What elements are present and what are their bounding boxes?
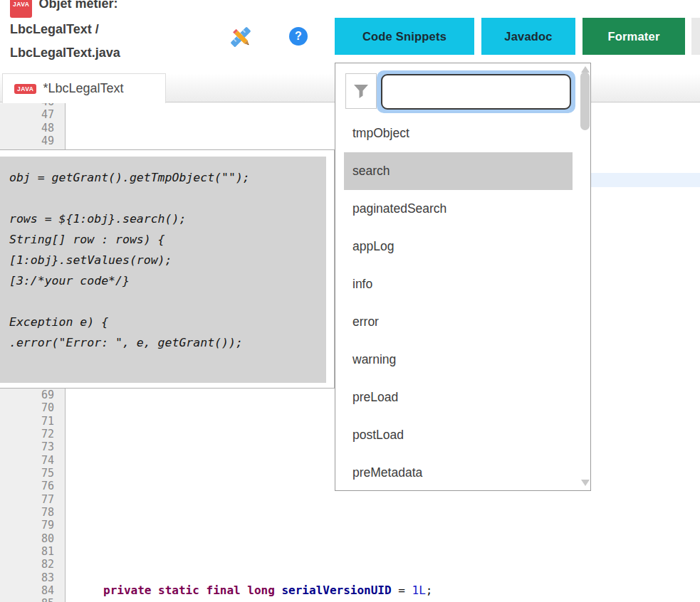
tab-lbclegaltext[interactable]: JAVA *LbcLegalText (2, 73, 166, 103)
line-number: 77 (0, 493, 54, 506)
snippet-list: tmpObjectsearchpaginatedSearchappLoginfo… (335, 115, 582, 492)
line-numbers-bottom: 6970717273747576777879808182838485 (0, 389, 54, 602)
snippet-code-line: String[] row : rows) { (9, 229, 320, 250)
snippet-code-line: obj = getGrant().getTmpObject(""); (9, 167, 320, 188)
line-number: 47 (0, 108, 54, 121)
line-number: 71 (0, 415, 54, 428)
snippet-code-line: Exception e) { (9, 312, 320, 332)
dropdown-scrollbar[interactable] (579, 63, 592, 490)
code-token: private static final long (103, 583, 275, 597)
snippet-code-line: rows = ${1:obj}.search(); (9, 208, 320, 229)
filter-input-ring (377, 70, 575, 113)
snippet-item-postload[interactable]: postLoad (344, 416, 573, 454)
snippet-item-preload[interactable]: preLoad (344, 379, 573, 416)
line-number: 80 (0, 532, 54, 545)
partial-button[interactable] (691, 18, 700, 55)
snippet-item-error[interactable]: error (344, 303, 573, 341)
line-number: 74 (0, 454, 54, 467)
snippet-code-line: [1:obj}.setValues(row); (9, 250, 320, 270)
snippet-filter-input[interactable] (381, 74, 571, 110)
line-number: 83 (0, 571, 54, 584)
help-icon[interactable]: ? (289, 27, 308, 46)
snippet-item-warning[interactable]: warning (344, 341, 573, 379)
snippet-item-tmpobject[interactable]: tmpObject (344, 115, 573, 152)
line-number: 70 (0, 401, 54, 414)
line-number: 72 (0, 428, 54, 440)
scroll-down-icon[interactable] (581, 480, 590, 486)
code-token: ; (426, 583, 433, 597)
snippet-item-info[interactable]: info (344, 265, 573, 303)
snippet-code-block: obj = getGrant().getTmpObject(""); rows … (0, 157, 326, 383)
snippet-item-paginatedsearch[interactable]: paginatedSearch (344, 190, 573, 228)
code-token: 1L (412, 583, 426, 597)
title-line-3: LbcLegalText.java (10, 41, 224, 65)
tab-label: *LbcLegalText (43, 81, 123, 96)
line-number: 73 (0, 440, 54, 453)
pencil-ruler-icon[interactable] (228, 24, 254, 50)
snippet-code-line: [3:/*your code*/} (9, 270, 320, 291)
code-editor-page: JAVAObjet métier: LbcLegalText / LbcLega… (0, 0, 700, 602)
java-badge-icon: JAVA (10, 0, 32, 18)
line-number: 48 (0, 122, 54, 134)
line-number: 49 (0, 134, 54, 147)
formater-button[interactable]: Formater (583, 18, 685, 55)
code-snippets-dropdown: tmpObjectsearchpaginatedSearchappLoginfo… (335, 63, 591, 491)
javadoc-button[interactable]: Javadoc (481, 18, 575, 55)
page-title: JAVAObjet métier: LbcLegalText / LbcLega… (10, 0, 224, 65)
snippet-item-applog[interactable]: appLog (344, 228, 573, 265)
code-token: = (392, 583, 412, 597)
title-object-type: Objet métier: (38, 0, 117, 11)
line-number: 81 (0, 545, 54, 558)
line-number: 75 (0, 467, 54, 480)
snippet-preview-tooltip: obj = getGrant().getTmpObject(""); rows … (0, 149, 335, 389)
line-number: 84 (0, 584, 54, 597)
snippet-code-line (9, 291, 320, 312)
java-badge-icon: JAVA (14, 84, 36, 94)
line-number: 76 (0, 480, 54, 492)
code-line-84: private static final long serialVersionU… (103, 584, 432, 597)
line-number: 82 (0, 558, 54, 571)
line-number: 85 (0, 597, 54, 602)
title-line-2: LbcLegalText / (10, 18, 224, 41)
filter-button[interactable] (345, 73, 377, 109)
header-buttons: Code SnippetsJavadocFormater (335, 18, 685, 55)
code-snippets-button[interactable]: Code Snippets (335, 18, 474, 55)
scrollbar-thumb[interactable] (580, 72, 590, 130)
snippet-code-line (9, 188, 320, 208)
title-line-1: JAVAObjet métier: (10, 0, 224, 18)
snippet-code-line: .error("Error: ", e, getGrant()); (9, 332, 320, 353)
code-token: serialVersionUID (281, 583, 391, 597)
snippet-item-premetadata[interactable]: preMetadata (344, 454, 573, 492)
line-number: 69 (0, 389, 54, 401)
line-number: 79 (0, 519, 54, 532)
funnel-icon (352, 82, 370, 100)
snippet-item-search[interactable]: search (344, 152, 573, 190)
line-number: 78 (0, 506, 54, 519)
